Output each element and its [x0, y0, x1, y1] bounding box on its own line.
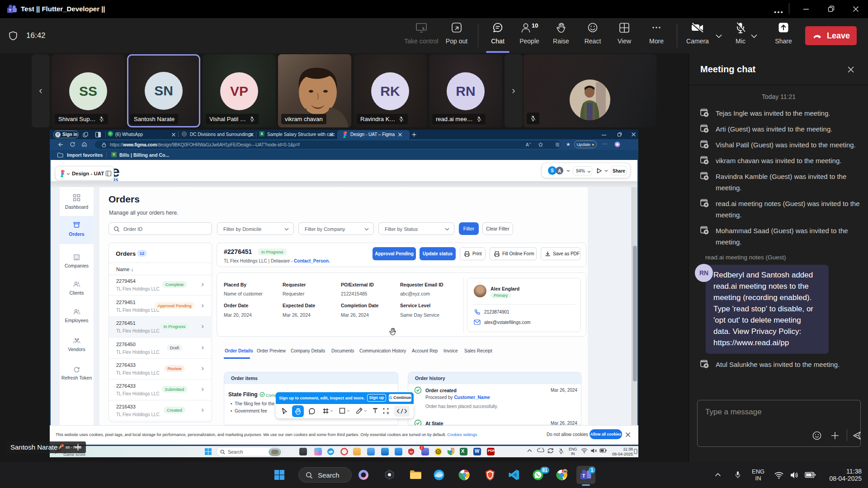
svg-text:T: T [582, 473, 585, 479]
svg-text:3: 3 [62, 444, 63, 447]
svg-text:T: T [9, 8, 12, 13]
svg-text:10: 10 [532, 22, 538, 29]
svg-text:M: M [410, 450, 413, 454]
